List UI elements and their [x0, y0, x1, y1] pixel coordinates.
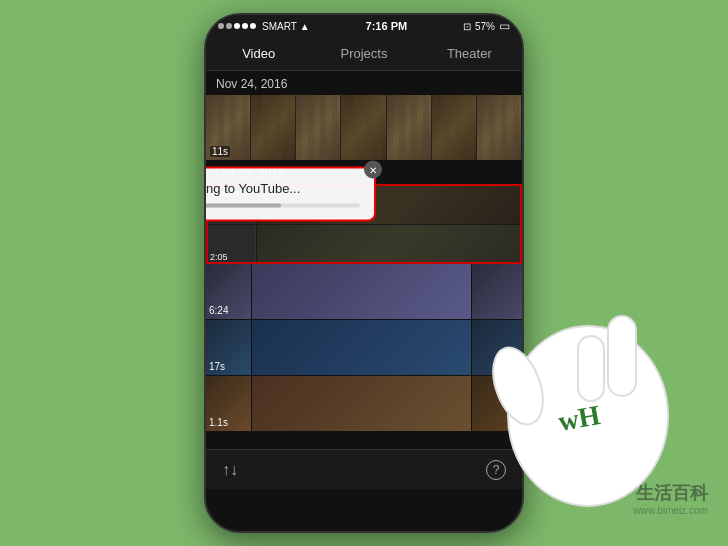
thumb-nov-2 — [251, 95, 296, 160]
row2-right — [472, 320, 522, 375]
upload-progress-fill — [206, 204, 281, 208]
tab-theater[interactable]: Theater — [417, 38, 522, 69]
thumb-nov-6 — [432, 95, 477, 160]
video-strip-nov: 11s — [206, 95, 522, 160]
svg-rect-3 — [578, 336, 604, 401]
row3-main — [252, 376, 471, 431]
row3-right — [472, 376, 522, 431]
row2-label: 17s — [206, 320, 251, 375]
status-left: SMART ▲ — [218, 21, 310, 32]
duration-nov: 11s — [210, 146, 230, 157]
tab-projects[interactable]: Projects — [311, 38, 416, 69]
status-time: 7:16 PM — [366, 20, 408, 32]
second-section: ⟳ 6.3s 2:05 ✕ — [206, 184, 522, 264]
upload-title: Uploading to YouTube... — [206, 181, 360, 196]
status-right: ⊡ 57% ▭ — [463, 19, 510, 33]
wifi-icon: ▲ — [300, 21, 310, 32]
thumb-nov-3 — [296, 95, 341, 160]
svg-point-0 — [508, 326, 668, 506]
upload-box: ✕ Uploading to YouTube... — [206, 167, 376, 222]
duration-17s: 17s — [209, 361, 225, 372]
thumb-nov-5 — [387, 95, 432, 160]
grid-row-3: 1.1s — [206, 376, 522, 431]
dot-1 — [218, 23, 224, 29]
battery-percent: 57% — [475, 21, 495, 32]
thumb-nov-7 — [477, 95, 522, 160]
signal-dots — [218, 23, 256, 29]
airplay-icon: ⊡ — [463, 21, 471, 32]
status-bar: SMART ▲ 7:16 PM ⊡ 57% ▭ — [206, 15, 522, 37]
strip-right-2 — [257, 225, 522, 265]
duration-205: 2:05 — [210, 252, 228, 262]
grid-row-1: 6:24 — [206, 264, 522, 319]
thumb-row-nov — [206, 95, 522, 160]
help-icon[interactable]: ? — [486, 460, 506, 480]
svg-rect-2 — [608, 316, 636, 396]
row1-right — [472, 264, 522, 319]
tab-video[interactable]: Video — [206, 38, 311, 69]
dot-2 — [226, 23, 232, 29]
content-area: Nov 24, 2016 11s Oct 23, 2016 — [206, 71, 522, 489]
tab-bar: Video Projects Theater — [206, 37, 522, 71]
chinese-text: 生活百科 — [634, 481, 708, 505]
small-strip-left-2: 2:05 — [206, 225, 256, 265]
row1-main — [252, 264, 471, 319]
dot-3 — [234, 23, 240, 29]
duration-624: 6:24 — [209, 305, 228, 316]
battery-icon: ▭ — [499, 19, 510, 33]
thumb-nov-4 — [341, 95, 386, 160]
row1-label: 6:24 — [206, 264, 251, 319]
upload-notification: ✕ Uploading to YouTube... — [206, 167, 376, 222]
dot-4 — [242, 23, 248, 29]
strip-row-2: 2:05 — [206, 225, 522, 265]
row3-label: 1.1s — [206, 376, 251, 431]
upload-progress-bg — [206, 204, 360, 208]
carrier-label: SMART — [262, 21, 297, 32]
row2-main — [252, 320, 471, 375]
upload-close-button[interactable]: ✕ — [364, 161, 382, 179]
branding-area: 生活百科 www.bimeiz.com — [634, 481, 708, 516]
phone-screen: SMART ▲ 7:16 PM ⊡ 57% ▭ Video Projects T… — [206, 15, 522, 531]
sort-icon[interactable]: ↑↓ — [222, 461, 238, 479]
grid-row-2: 17s — [206, 320, 522, 375]
duration-11s: 1.1s — [209, 417, 228, 428]
date-nov: Nov 24, 2016 — [206, 71, 522, 95]
svg-text:wH: wH — [556, 399, 603, 437]
phone-frame: SMART ▲ 7:16 PM ⊡ 57% ▭ Video Projects T… — [204, 13, 524, 533]
grid-section: 6:24 17s — [206, 264, 522, 431]
watermark-text: www.bimeiz.com — [634, 505, 708, 516]
dot-5 — [250, 23, 256, 29]
bottom-bar: ↑↓ ? — [206, 449, 522, 489]
page-wrapper: SMART ▲ 7:16 PM ⊡ 57% ▭ Video Projects T… — [0, 0, 728, 546]
